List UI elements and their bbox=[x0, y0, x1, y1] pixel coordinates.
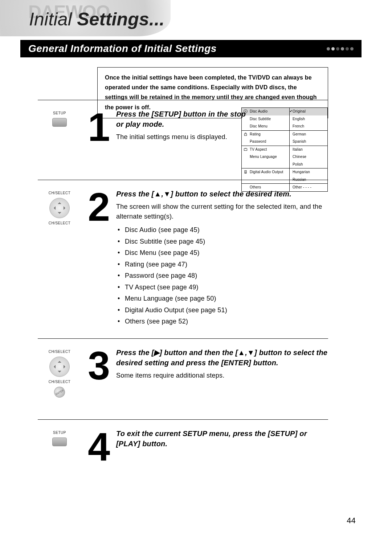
remote-hint: SETUP bbox=[38, 109, 81, 151]
remote-button-label: SETUP bbox=[53, 431, 66, 435]
step-number: 3 bbox=[88, 347, 110, 398]
remote-hint: SETUP bbox=[38, 428, 81, 470]
step-body: Press the [SETUP] button in the stop or … bbox=[116, 109, 247, 151]
step-text: The screen will show the current setting… bbox=[116, 202, 328, 221]
list-item: Disc Subtitle (see page 45) bbox=[125, 236, 328, 248]
page-title-prefix: Initial bbox=[29, 9, 77, 29]
step-number: 2 bbox=[88, 189, 110, 328]
step-heading: Press the [SETUP] button in the stop or … bbox=[116, 109, 247, 129]
list-item: Disc Audio (see page 45) bbox=[125, 224, 328, 236]
step-4: SETUP 4 To exit the current SETUP menu, … bbox=[38, 419, 328, 470]
step-text: The initial settings menu is displayed. bbox=[116, 132, 247, 142]
step-body: To exit the current SETUP menu, press th… bbox=[116, 428, 328, 470]
section-banner: General Information of Initial Settings bbox=[20, 40, 362, 57]
banner-dots-decoration bbox=[327, 47, 354, 50]
remote-button-label: CH/SELECT bbox=[49, 380, 71, 384]
steps-content: SETUP 1 Press the [SETUP] button in the … bbox=[38, 100, 328, 470]
step-text: Some items require additional steps. bbox=[116, 371, 328, 381]
remote-button-label: SETUP bbox=[53, 111, 66, 115]
list-item: Digital Audio Output (see page 51) bbox=[125, 305, 328, 316]
dpad-icon bbox=[49, 357, 70, 377]
step-heading: Press the [▶] button and then the [▲,▼] … bbox=[116, 347, 328, 368]
section-banner-title: General Information of Initial Settings bbox=[28, 43, 217, 54]
list-item: TV Aspect (see page 49) bbox=[125, 282, 328, 293]
enter-button-icon: ENTER bbox=[52, 385, 67, 399]
step-number: 1 bbox=[88, 109, 110, 151]
step-number: 4 bbox=[88, 428, 110, 470]
step-bullets: Disc Audio (see page 45) Disc Subtitle (… bbox=[125, 224, 328, 328]
step-3: CH/SELECT CH/SELECT ENTER 3 Press the [▶… bbox=[38, 338, 328, 398]
list-item: Others (see page 52) bbox=[125, 316, 328, 328]
step-heading: Press the [▲,▼] button to select the des… bbox=[116, 189, 328, 199]
list-item: Rating (see page 47) bbox=[125, 259, 328, 270]
list-item: Disc Menu (see page 45) bbox=[125, 247, 328, 259]
page-title-bold: Settings... bbox=[77, 9, 164, 29]
page-number: 44 bbox=[347, 516, 356, 525]
page-title: Initial Settings... bbox=[29, 9, 164, 30]
step-2: CH/SELECT CH/SELECT 2 Press the [▲,▼] bu… bbox=[38, 180, 328, 328]
dpad-icon bbox=[49, 198, 70, 218]
step-body: Press the [▲,▼] button to select the des… bbox=[116, 189, 328, 328]
remote-button-label: CH/SELECT bbox=[49, 221, 71, 225]
remote-button-label: CH/SELECT bbox=[49, 191, 71, 195]
step-1: SETUP 1 Press the [SETUP] button in the … bbox=[38, 100, 328, 151]
remote-hint: CH/SELECT CH/SELECT bbox=[38, 189, 81, 328]
step-body: Press the [▶] button and then the [▲,▼] … bbox=[116, 347, 328, 398]
list-item: Password (see page 48) bbox=[125, 270, 328, 282]
list-item: Menu Language (see page 50) bbox=[125, 293, 328, 305]
remote-button-label: CH/SELECT bbox=[49, 350, 71, 354]
remote-hint: CH/SELECT CH/SELECT ENTER bbox=[38, 347, 81, 398]
setup-button-icon bbox=[52, 118, 67, 127]
setup-button-icon bbox=[52, 438, 67, 446]
step-heading: To exit the current SETUP menu, press th… bbox=[116, 428, 328, 449]
